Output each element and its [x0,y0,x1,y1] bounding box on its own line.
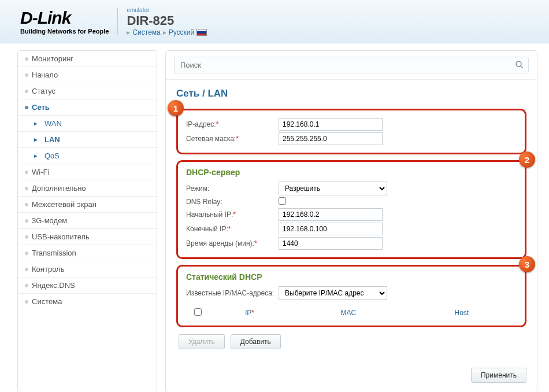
start-ip-label: Начальный IP:* [186,210,279,219]
logo-block: D-Link Building Networks for People [20,8,118,35]
apply-button[interactable]: Применить [471,368,526,383]
start-ip-input[interactable] [279,208,383,221]
section-static-dhcp: 3 Статический DHCP Известные IP/MAC-адре… [176,265,526,327]
bc-system[interactable]: Система [132,28,160,36]
annotation-marker-1: 1 [168,100,184,116]
mask-label: Сетевая маска:* [186,135,279,143]
sidebar-item-transmission[interactable]: Transmission [18,245,157,261]
mode-select[interactable]: Разрешить [279,182,387,195]
breadcrumb: ▸Система ▸Русский [127,28,207,36]
lease-input[interactable] [279,237,383,250]
brand-logo: D-Link [20,8,109,28]
sidebar-item-system[interactable]: Система [18,294,157,309]
col-host: Host [407,306,517,320]
relay-checkbox[interactable] [279,197,286,205]
sidebar-item-3g[interactable]: 3G-модем [18,213,157,229]
section-basic: 1 IP-адрес:* Сетевая маска:* [176,109,526,154]
svg-line-1 [521,66,523,68]
sidebar-item-network[interactable]: Сеть [18,99,157,116]
sidebar-item-yandexdns[interactable]: Яндекс.DNS [18,278,157,294]
emulator-label: emulator [127,7,207,13]
add-button[interactable]: Добавить [231,334,281,349]
col-mac: MAC [290,306,407,320]
search-input[interactable] [174,57,529,73]
mask-input[interactable] [279,132,383,145]
sidebar-item-firewall[interactable]: Межсетевой экран [18,197,157,213]
main-panel: Сеть / LAN 1 IP-адрес:* Сетевая маска:* … [165,50,537,392]
page-title: Сеть / LAN [176,88,526,99]
sidebar-item-advanced[interactable]: Дополнительно [18,180,157,197]
annotation-marker-2: 2 [519,151,535,168]
static-dhcp-title: Статический DHCP [186,272,517,282]
section-dhcp: 2 DHCP-сервер Режим: Разрешить DNS Relay… [176,160,526,259]
end-ip-label: Конечный IP:* [186,225,279,233]
delete-button[interactable]: Удалить [179,334,225,349]
sidebar-sub-wan[interactable]: WAN [18,116,157,132]
sidebar: Мониторинг Начало Статус Сеть WAN LAN Qo… [17,50,157,392]
search-bar [166,51,537,80]
relay-label: DNS Relay: [186,198,279,206]
brand-tagline: Building Networks for People [20,28,109,35]
sidebar-item-status[interactable]: Статус [18,83,157,99]
select-all-checkbox[interactable] [194,308,202,316]
ip-label: IP-адрес:* [186,120,279,128]
sidebar-item-wifi[interactable]: Wi-Fi [18,164,157,180]
model-name: DIR-825 [127,13,207,28]
mode-label: Режим: [186,184,279,193]
ip-input[interactable] [279,118,383,131]
end-ip-input[interactable] [279,223,383,235]
known-select[interactable]: Выберите IP/MAC адрес [279,286,387,300]
bc-language[interactable]: Русский [169,28,195,36]
flag-ru-icon [196,29,207,36]
sidebar-sub-qos[interactable]: QoS [18,148,157,164]
sidebar-item-control[interactable]: Контроль [18,261,157,278]
sidebar-item-usb[interactable]: USB-накопитель [18,229,157,245]
dhcp-title: DHCP-сервер [186,168,517,177]
sidebar-item-start[interactable]: Начало [18,67,157,83]
svg-point-0 [516,61,521,66]
lease-label: Время аренды (мин):* [186,239,279,247]
model-block: emulator DIR-825 ▸Система ▸Русский [127,7,207,36]
static-dhcp-table: IP* MAC Host [186,306,517,320]
search-icon [515,60,524,69]
annotation-marker-3: 3 [519,256,535,272]
known-label: Известные IP/MAC-адреса: [186,289,279,297]
col-ip: IP* [209,306,290,320]
sidebar-sub-lan[interactable]: LAN [18,132,157,148]
sidebar-item-monitoring[interactable]: Мониторинг [18,51,157,67]
header: D-Link Building Networks for People emul… [0,0,549,43]
